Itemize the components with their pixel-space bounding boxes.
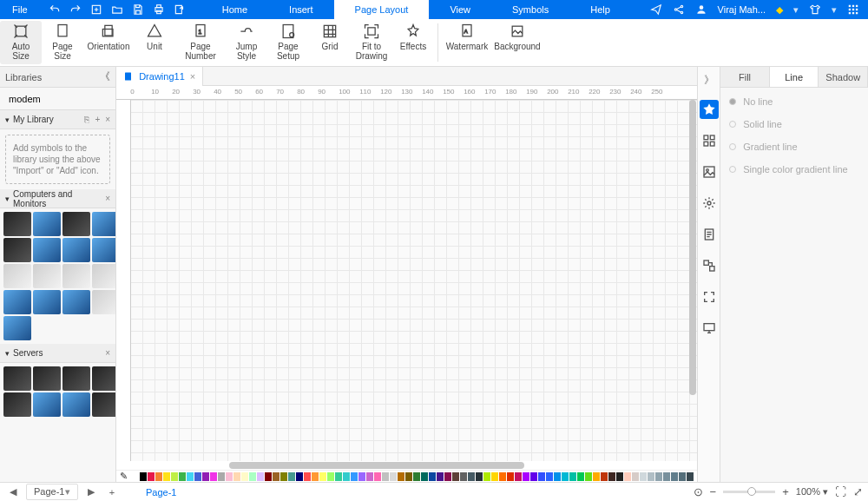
page-props-icon[interactable] [700,225,719,244]
color-swatch[interactable] [413,472,420,481]
close-tab-icon[interactable]: × [190,71,195,82]
color-swatch[interactable] [429,472,436,481]
color-swatch[interactable] [187,472,194,481]
color-swatch[interactable] [577,472,584,481]
new-icon[interactable] [90,3,102,16]
color-swatch[interactable] [648,472,654,481]
save-icon[interactable] [132,3,144,16]
color-swatch[interactable] [452,472,459,481]
color-swatch[interactable] [671,472,678,481]
jump-style-button[interactable]: Jump Style [226,21,267,64]
symbol-item[interactable] [62,264,90,288]
symbol-item[interactable] [3,316,31,340]
file-menu[interactable]: File [0,0,40,19]
color-swatch[interactable] [327,472,334,481]
symbol-item[interactable] [33,366,61,391]
collapse-libraries-icon[interactable]: 《 [100,69,110,84]
color-swatch[interactable] [304,472,311,481]
drawing-canvas[interactable] [116,100,697,461]
theme-icon[interactable] [700,100,719,119]
color-swatch[interactable] [632,472,639,481]
color-swatch[interactable] [499,472,506,481]
shirt-icon[interactable] [809,3,821,16]
color-swatch[interactable] [476,472,483,481]
line-tab[interactable]: Line [770,67,819,87]
color-swatch[interactable] [288,472,295,481]
color-swatch[interactable] [210,472,217,481]
servers-header[interactable]: ▾ Servers × [0,344,115,363]
import-icon[interactable]: ⎘ [84,115,89,124]
color-swatch[interactable] [663,472,670,481]
color-swatch[interactable] [444,472,451,481]
page-selector[interactable]: Page-1 ▾ [26,484,78,500]
color-swatch[interactable] [351,472,358,481]
color-swatch[interactable] [265,472,272,481]
tab-home[interactable]: Home [201,0,268,19]
color-swatch[interactable] [382,472,389,481]
symbol-item[interactable] [3,392,31,417]
symbol-item[interactable] [92,264,116,288]
background-button[interactable]: Background [492,21,542,64]
color-swatch[interactable] [140,472,147,481]
line-opt-none[interactable]: No line [729,96,859,107]
prev-page-icon[interactable]: ◀ [5,485,21,500]
color-swatch[interactable] [569,472,576,481]
fullscreen-icon[interactable] [700,287,719,307]
color-swatch[interactable] [218,472,225,481]
auto-size-button[interactable]: Auto Size [0,21,42,64]
color-swatch[interactable] [562,472,569,481]
shadow-tab[interactable]: Shadow [819,67,868,87]
symbol-item[interactable] [3,212,31,236]
send-icon[interactable] [650,3,662,16]
eyedropper-icon[interactable]: ✎ [120,471,128,482]
open-icon[interactable] [111,3,123,16]
grid-button[interactable]: Grid [309,21,351,64]
tab-view[interactable]: View [429,0,491,19]
zoom-out-icon[interactable]: − [710,485,717,498]
color-swatch[interactable] [538,472,545,481]
color-swatch[interactable] [523,472,529,481]
color-swatch[interactable] [202,472,209,481]
color-swatch[interactable] [194,472,201,481]
color-swatch[interactable] [148,472,155,481]
close-section-icon[interactable]: × [105,194,110,203]
apps-icon[interactable] [847,3,859,16]
fullscreen-toggle-icon[interactable]: ⤢ [853,485,863,498]
unit-button[interactable]: Unit [134,21,175,64]
color-swatch[interactable] [491,472,498,481]
symbol-item[interactable] [62,392,90,417]
color-swatch[interactable] [437,472,444,481]
color-swatch[interactable] [585,472,592,481]
next-page-icon[interactable]: ▶ [83,485,99,500]
user-name[interactable]: Viraj Mah... [718,4,766,15]
symbol-item[interactable] [3,366,31,391]
add-icon[interactable]: + [95,115,100,124]
color-swatch[interactable] [312,472,319,481]
symbol-item[interactable] [33,238,61,262]
effects-button[interactable]: Effects [392,21,434,64]
color-swatch[interactable] [296,472,303,481]
symbol-item[interactable] [33,264,61,288]
color-swatch[interactable] [171,472,178,481]
color-swatch[interactable] [249,472,256,481]
color-swatch[interactable] [257,472,264,481]
computers-monitors-header[interactable]: ▾ Computers and Monitors × [0,189,115,208]
tab-insert[interactable]: Insert [268,0,334,19]
symbol-item[interactable] [62,238,90,262]
line-opt-single-gradient[interactable]: Single color gradient line [729,164,859,175]
color-swatch[interactable] [687,472,694,481]
color-swatch[interactable] [343,472,350,481]
user-avatar-icon[interactable] [695,3,707,16]
color-swatch[interactable] [616,472,623,481]
document-tab[interactable]: Drawing11 × [116,67,203,86]
symbol-item[interactable] [3,290,31,314]
image-icon[interactable] [700,162,719,181]
add-page-icon[interactable]: + [104,485,120,500]
page-setup-button[interactable]: Page Setup [267,21,309,64]
symbol-item[interactable] [92,290,116,314]
fit-to-drawing-button[interactable]: Fit to Drawing [351,21,392,64]
color-swatch[interactable] [226,472,233,481]
library-search-input[interactable] [7,92,116,106]
layout-icon[interactable] [700,131,719,150]
color-swatch[interactable] [233,472,240,481]
